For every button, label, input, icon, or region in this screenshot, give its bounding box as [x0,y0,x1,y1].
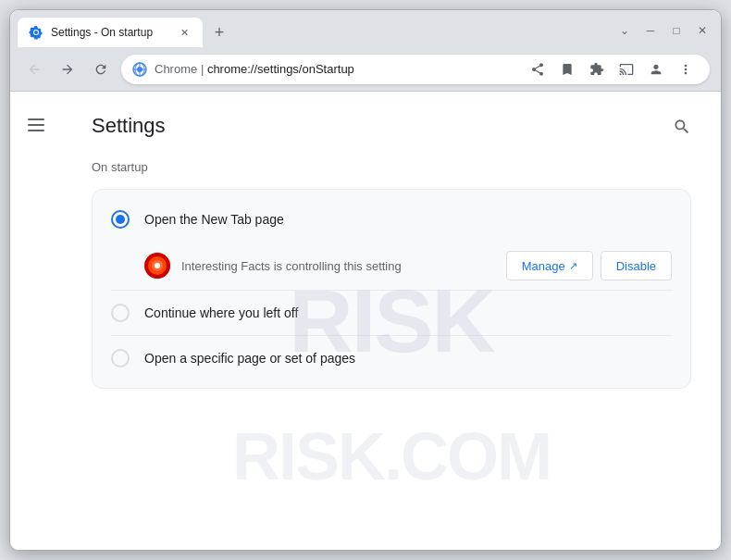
tab-title: Settings - On startup [51,26,169,39]
sidebar [10,92,62,550]
section-label: On startup [92,160,691,174]
url-favicon [132,62,147,77]
hamburger-line-3 [28,130,44,131]
watermark-bottom: RISK.COM [232,418,551,494]
new-tab-button[interactable]: + [206,19,232,45]
window-controls: ⌄ ─ □ ✕ [613,19,713,42]
search-settings-icon[interactable] [665,110,699,143]
option-new-tab-label: Open the New Tab page [144,212,284,227]
option-new-tab[interactable]: Open the New Tab page [93,197,690,242]
tab-close-button[interactable]: ✕ [177,25,192,40]
url-bar[interactable]: Chrome | chrome://settings/onStartup [121,55,710,84]
extension-text: Interesting Facts is controlling this se… [181,259,495,273]
url-text: Chrome | chrome://settings/onStartup [155,62,517,76]
extension-row: Interesting Facts is controlling this se… [93,242,690,290]
active-tab[interactable]: Settings - On startup ✕ [18,18,203,47]
main-content: RISK RISK.COM Settings On startup Open t… [62,92,721,550]
extensions-icon[interactable] [584,56,610,82]
address-bar: Chrome | chrome://settings/onStartup [10,47,721,92]
url-actions [525,56,699,82]
radio-new-tab[interactable] [111,210,130,229]
back-button[interactable] [21,56,47,82]
title-bar: Settings - On startup ✕ + ⌄ ─ □ ✕ [10,10,721,47]
more-icon[interactable] [673,56,699,82]
extension-buttons: Manage ↗ Disable [506,251,672,280]
share-icon[interactable] [525,56,551,82]
svg-point-8 [155,263,160,268]
option-specific-page[interactable]: Open a specific page or set of pages [93,336,690,380]
page-title: Settings [92,114,691,138]
forward-button[interactable] [55,56,81,82]
browser-window: Settings - On startup ✕ + ⌄ ─ □ ✕ [9,9,722,551]
settings-container: RISK RISK.COM Settings On startup Open t… [10,92,721,550]
option-continue-label: Continue where you left off [144,305,298,320]
radio-continue[interactable] [111,304,130,322]
chevron-down-button[interactable]: ⌄ [613,19,636,42]
options-card: Open the New Tab page Interesting Facts … [92,189,691,389]
maximize-button[interactable]: □ [665,19,688,42]
radio-inner-new-tab [116,215,125,224]
minimize-button[interactable]: ─ [639,19,662,42]
hamburger-line-1 [28,118,44,120]
reload-button[interactable] [88,56,114,82]
option-continue[interactable]: Continue where you left off [93,291,690,335]
hamburger-menu-button[interactable] [18,106,55,143]
extension-icon [144,253,170,279]
option-specific-page-label: Open a specific page or set of pages [144,351,355,366]
disable-button[interactable]: Disable [601,251,672,280]
tab-favicon [29,25,43,40]
chromecast-icon[interactable] [613,56,639,82]
hamburger-line-2 [28,124,44,126]
radio-specific-page[interactable] [111,349,130,367]
bookmark-icon[interactable] [554,56,580,82]
profile-icon[interactable] [643,56,669,82]
manage-button[interactable]: Manage ↗ [506,251,593,280]
close-button[interactable]: ✕ [691,19,713,42]
external-link-icon: ↗ [569,260,577,272]
